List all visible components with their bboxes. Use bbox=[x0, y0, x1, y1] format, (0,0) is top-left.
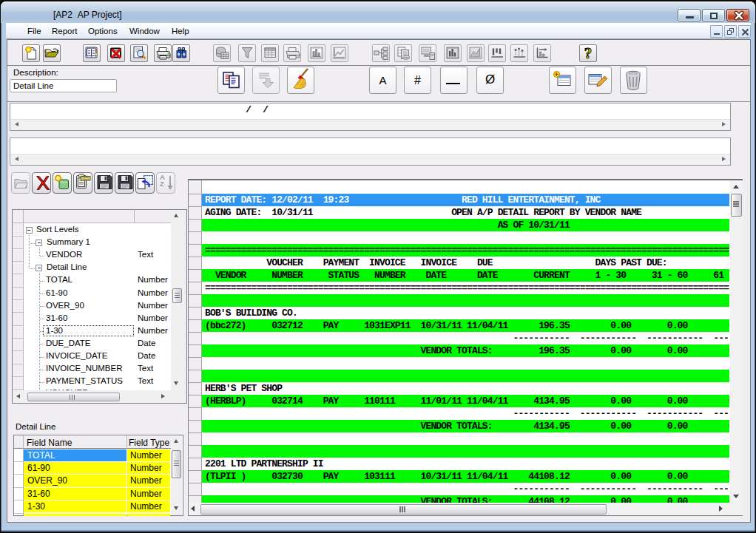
svg-text:?: ? bbox=[584, 46, 593, 61]
